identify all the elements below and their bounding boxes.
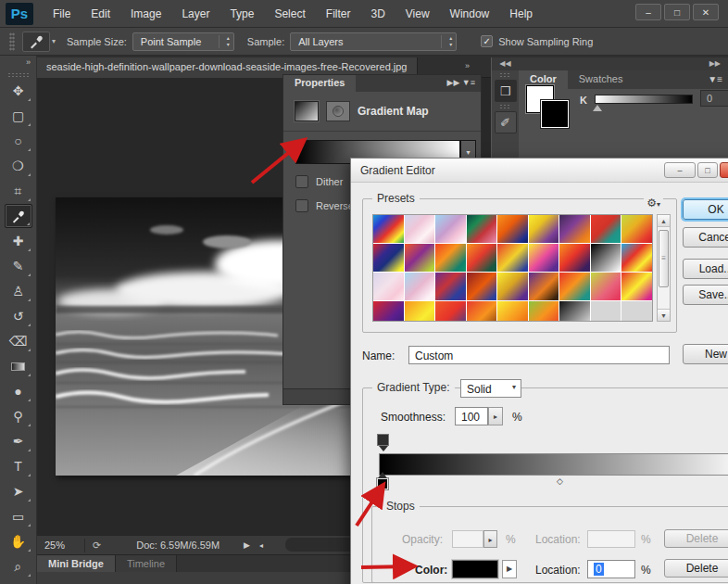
gradient-preset-swatch[interactable] xyxy=(373,273,404,300)
zoom-tool[interactable]: ⌕ xyxy=(5,554,32,578)
eyedropper-tool[interactable] xyxy=(5,204,32,228)
gradient-preset-swatch[interactable] xyxy=(529,215,559,243)
gradient-preset-swatch[interactable] xyxy=(435,273,466,300)
menu-edit[interactable]: Edit xyxy=(81,0,120,28)
k-slider-thumb[interactable] xyxy=(593,105,602,111)
brush-presets-panel-icon[interactable]: ✐ xyxy=(495,111,517,133)
gradient-preset-swatch[interactable] xyxy=(591,244,621,272)
hand-tool[interactable]: ✋ xyxy=(5,529,32,553)
color-location-field[interactable]: 0 xyxy=(587,560,635,578)
tool-preset-arrow-icon[interactable]: ▾ xyxy=(52,37,56,45)
menu-type[interactable]: Type xyxy=(220,0,264,28)
gradient-preset-swatch[interactable] xyxy=(497,244,528,272)
zoom-level-field[interactable] xyxy=(37,539,85,552)
history-brush-tool[interactable]: ↺ xyxy=(5,304,32,328)
gradient-tool[interactable] xyxy=(5,354,32,378)
gradient-preset-swatch[interactable] xyxy=(497,301,528,322)
scroll-up-icon[interactable]: ▲ xyxy=(658,215,670,227)
dialog-title-bar[interactable]: Gradient Editor – □ ✕ xyxy=(351,159,728,183)
blur-tool[interactable]: ● xyxy=(5,379,32,403)
dock-collapse-icon[interactable]: ◀◀ xyxy=(492,57,519,70)
properties-tab[interactable]: Properties xyxy=(283,75,356,92)
smoothness-menu-icon[interactable]: ▸ xyxy=(488,407,503,425)
smoothness-field[interactable] xyxy=(455,407,488,425)
opacity-stop-marker[interactable] xyxy=(377,434,389,446)
gradient-preset-swatch[interactable] xyxy=(373,244,404,272)
foreground-background-swatches[interactable] xyxy=(526,85,574,133)
reverse-checkbox[interactable] xyxy=(295,199,308,212)
k-channel-slider[interactable] xyxy=(595,95,693,104)
crop-tool[interactable]: ⌗ xyxy=(5,179,32,203)
gradient-bar[interactable] xyxy=(379,453,728,476)
menu-window[interactable]: Window xyxy=(440,0,500,28)
path-selection-tool[interactable]: ➤ xyxy=(5,479,32,503)
gradient-preset-swatch[interactable] xyxy=(467,244,497,272)
gradient-preset-swatch[interactable] xyxy=(467,301,497,322)
eyedropper-icon[interactable] xyxy=(22,32,50,52)
delete-color-stop-button[interactable]: Delete xyxy=(664,559,728,578)
gradient-preset-swatch[interactable] xyxy=(373,215,404,243)
status-cycle-icon[interactable]: ⟳ xyxy=(93,540,101,552)
gradient-preset-swatch[interactable] xyxy=(405,244,435,272)
lasso-tool[interactable]: ○ xyxy=(5,129,32,153)
gradient-preset-swatch[interactable] xyxy=(435,215,466,243)
stop-color-swatch[interactable] xyxy=(452,560,498,578)
gradient-preset-swatch[interactable] xyxy=(529,301,559,322)
panel-menu-icon[interactable]: ▼≡ xyxy=(708,74,722,84)
gradient-preset-swatch[interactable] xyxy=(467,273,497,300)
materials-panel-icon[interactable]: ❒ xyxy=(495,80,517,102)
gradient-preset-swatch[interactable] xyxy=(497,273,528,300)
brush-tool[interactable]: ✎ xyxy=(5,254,32,278)
move-tool[interactable]: ✥ xyxy=(5,79,32,103)
dialog-maximize-button[interactable]: □ xyxy=(697,162,718,178)
menu-3d[interactable]: 3D xyxy=(360,0,395,28)
minimize-button[interactable]: – xyxy=(635,4,661,20)
tab-mini-bridge[interactable]: Mini Bridge xyxy=(37,555,116,573)
stop-color-menu-icon[interactable]: ▶ xyxy=(502,560,517,578)
close-button[interactable]: ✕ xyxy=(693,4,719,20)
layer-mask-icon[interactable] xyxy=(326,101,350,121)
menu-layer[interactable]: Layer xyxy=(171,0,220,28)
gradient-preset-swatch[interactable] xyxy=(435,244,466,272)
gear-icon[interactable]: ⚙▾ xyxy=(644,197,663,209)
gradient-preset-swatch[interactable] xyxy=(559,301,590,322)
sample-size-dropdown[interactable]: Point Sample ▴▾ xyxy=(132,32,234,51)
presets-scrollbar[interactable]: ▲ ≡ ▼ xyxy=(657,214,671,322)
tab-swatches[interactable]: Swatches xyxy=(568,70,634,89)
type-tool[interactable]: T xyxy=(5,454,32,478)
maximize-button[interactable]: □ xyxy=(664,4,690,20)
gradient-preset-swatch[interactable] xyxy=(405,215,435,243)
dialog-minimize-button[interactable]: – xyxy=(664,162,696,178)
menu-select[interactable]: Select xyxy=(264,0,315,28)
scrollbar-thumb[interactable]: ≡ xyxy=(659,230,669,287)
menu-view[interactable]: View xyxy=(395,0,440,28)
gradient-preset-swatch[interactable] xyxy=(405,301,435,322)
dialog-close-button[interactable]: ✕ xyxy=(720,162,728,178)
gradient-preset-swatch[interactable] xyxy=(529,244,559,272)
eraser-tool[interactable]: ⌫ xyxy=(5,329,32,353)
menu-help[interactable]: Help xyxy=(499,0,543,28)
tab-overflow-icon[interactable]: » xyxy=(465,61,470,70)
menu-file[interactable]: File xyxy=(43,0,81,28)
healing-brush-tool[interactable]: ✚ xyxy=(5,229,32,253)
rectangle-tool[interactable]: ▭ xyxy=(5,504,32,528)
gradient-preset-swatch[interactable] xyxy=(559,244,590,272)
panel-collapse-and-menu-icons[interactable]: ▶▶ ▼≡ xyxy=(446,78,475,87)
dodge-tool[interactable]: ⚲ xyxy=(5,404,32,428)
menu-filter[interactable]: Filter xyxy=(316,0,361,28)
gradient-preset-swatch[interactable] xyxy=(621,215,652,243)
scroll-down-icon[interactable]: ▼ xyxy=(658,309,670,321)
sample-dropdown[interactable]: All Layers ▴▾ xyxy=(290,32,457,51)
gradient-map-thumbnail[interactable] xyxy=(295,101,319,121)
show-sampling-ring-checkbox[interactable]: ✓ xyxy=(481,35,493,47)
tab-timeline[interactable]: Timeline xyxy=(116,555,177,573)
gradient-type-dropdown[interactable]: Solid ▾ xyxy=(460,379,521,398)
scroll-left-icon[interactable]: ◂ xyxy=(259,541,263,550)
marquee-tool[interactable]: ▢ xyxy=(5,104,32,128)
gradient-preset-swatch[interactable] xyxy=(559,273,590,300)
dither-checkbox[interactable] xyxy=(295,175,308,188)
quick-selection-tool[interactable]: ❍ xyxy=(5,154,32,178)
gradient-preset-swatch[interactable] xyxy=(559,215,590,243)
cancel-button[interactable]: Cancel xyxy=(683,227,728,248)
status-menu-arrow-icon[interactable]: ▶ xyxy=(244,540,250,550)
